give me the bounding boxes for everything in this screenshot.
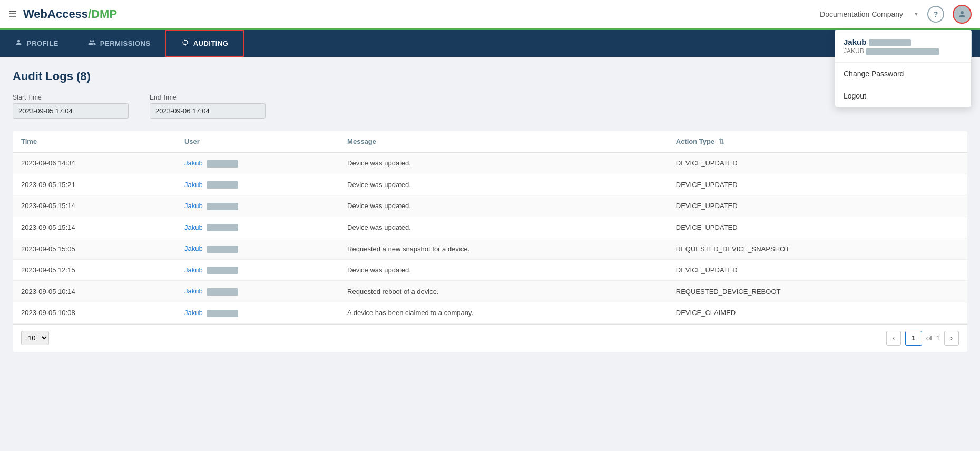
dropdown-user-info: Jakub JAKUB xyxy=(835,30,971,63)
nav-item-auditing[interactable]: AUDITING xyxy=(165,30,244,57)
table-row: 2023-09-05 10:14 Jakub Requested reboot … xyxy=(13,281,967,302)
next-page-button[interactable]: › xyxy=(944,331,959,346)
table-body: 2023-09-06 14:34 Jakub Device was update… xyxy=(13,152,967,323)
current-page-number: 1 xyxy=(905,331,922,346)
auditing-icon xyxy=(181,38,189,48)
user-link[interactable]: Jakub xyxy=(184,287,203,295)
audit-logs-table: Time User Message Action Type ⇅ 2023-09-… xyxy=(13,131,967,324)
user-link[interactable]: Jakub xyxy=(184,181,203,189)
table-row: 2023-09-06 14:34 Jakub Device was update… xyxy=(13,152,967,174)
cell-time: 2023-09-05 10:14 xyxy=(13,281,176,302)
cell-action-type: DEVICE_UPDATED xyxy=(668,217,967,238)
user-blurred xyxy=(207,160,238,168)
dropdown-username: JAKUB xyxy=(844,47,963,55)
cell-action-type: DEVICE_UPDATED xyxy=(668,152,967,174)
pagination: 10 25 50 ‹ 1 of 1 › xyxy=(13,324,967,352)
table-row: 2023-09-05 12:15 Jakub Device was update… xyxy=(13,259,967,281)
user-avatar-button[interactable] xyxy=(953,5,972,24)
nav-auditing-label: AUDITING xyxy=(193,40,229,47)
table-row: 2023-09-05 15:14 Jakub Device was update… xyxy=(13,195,967,217)
cell-action-type: REQUESTED_DEVICE_REBOOT xyxy=(668,281,967,302)
filter-section: Start Time End Time xyxy=(13,94,967,119)
user-dropdown-menu: Jakub JAKUB Change Password Logout xyxy=(835,30,972,107)
main-content: Audit Logs (8) Start Time End Time Time xyxy=(0,57,980,451)
nav-bar: PROFILE PERMISSIONS AUDITING xyxy=(0,30,980,57)
dropdown-display-name: Jakub xyxy=(844,37,963,46)
end-time-label: End Time xyxy=(150,94,266,101)
user-link[interactable]: Jakub xyxy=(184,309,203,317)
change-password-item[interactable]: Change Password xyxy=(835,63,971,85)
table-row: 2023-09-05 15:05 Jakub Requested a new s… xyxy=(13,238,967,260)
user-blurred xyxy=(207,246,238,253)
user-blurred xyxy=(207,310,238,317)
top-bar-left: ☰ WebAccess/DMP xyxy=(8,7,117,21)
cell-user: Jakub xyxy=(176,195,339,217)
cell-time: 2023-09-05 12:15 xyxy=(13,259,176,281)
cell-time: 2023-09-06 14:34 xyxy=(13,152,176,174)
logo-dmp: /DMP xyxy=(88,7,117,21)
start-time-input[interactable] xyxy=(13,103,129,119)
user-blurred xyxy=(207,288,238,296)
nav-permissions-label: PERMISSIONS xyxy=(100,40,151,47)
top-bar-right: Documentation Company ▼ ? xyxy=(820,5,972,24)
help-button[interactable]: ? xyxy=(927,6,944,23)
user-blurred xyxy=(207,267,238,274)
user-link[interactable]: Jakub xyxy=(184,223,203,231)
cell-message: Requested reboot of a device. xyxy=(339,281,668,302)
profile-icon xyxy=(15,38,23,48)
permissions-icon xyxy=(88,38,96,48)
chevron-down-icon: ▼ xyxy=(914,11,919,17)
logout-item[interactable]: Logout xyxy=(835,85,971,107)
user-link[interactable]: Jakub xyxy=(184,159,203,167)
top-bar: ☰ WebAccess/DMP Documentation Company ▼ … xyxy=(0,0,980,30)
cell-message: Device was updated. xyxy=(339,195,668,217)
page-title: Audit Logs (8) xyxy=(13,70,967,83)
nav-profile-label: PROFILE xyxy=(27,40,58,47)
table-row: 2023-09-05 15:21 Jakub Device was update… xyxy=(13,174,967,195)
cell-message: Device was updated. xyxy=(339,259,668,281)
nav-item-profile[interactable]: PROFILE xyxy=(0,30,73,57)
start-time-filter: Start Time xyxy=(13,94,129,119)
cell-message: A device has been claimed to a company. xyxy=(339,302,668,323)
end-time-input[interactable] xyxy=(150,103,266,119)
cell-action-type: DEVICE_UPDATED xyxy=(668,259,967,281)
user-blurred xyxy=(207,181,238,189)
user-blurred xyxy=(207,203,238,210)
hamburger-icon[interactable]: ☰ xyxy=(8,8,17,20)
cell-time: 2023-09-05 15:05 xyxy=(13,238,176,260)
table-row: 2023-09-05 15:14 Jakub Device was update… xyxy=(13,217,967,238)
user-link[interactable]: Jakub xyxy=(184,244,203,252)
page-navigation: ‹ 1 of 1 › xyxy=(886,331,959,346)
user-blurred xyxy=(207,224,238,231)
table-header: Time User Message Action Type ⇅ xyxy=(13,131,967,152)
svg-point-0 xyxy=(961,11,964,14)
col-user: User xyxy=(176,131,339,152)
svg-point-1 xyxy=(17,40,20,43)
display-name-blurred xyxy=(869,39,911,46)
username-blurred xyxy=(866,48,939,55)
cell-time: 2023-09-05 15:14 xyxy=(13,217,176,238)
cell-action-type: DEVICE_CLAIMED xyxy=(668,302,967,323)
audit-logs-table-container: Time User Message Action Type ⇅ 2023-09-… xyxy=(13,131,967,352)
cell-user: Jakub xyxy=(176,281,339,302)
action-type-sort-icon[interactable]: ⇅ xyxy=(719,138,724,145)
page-size-selector: 10 25 50 xyxy=(21,331,52,345)
cell-user: Jakub xyxy=(176,259,339,281)
cell-action-type: REQUESTED_DEVICE_SNAPSHOT xyxy=(668,238,967,260)
cell-user: Jakub xyxy=(176,302,339,323)
total-pages: 1 xyxy=(936,334,940,342)
page-size-dropdown[interactable]: 10 25 50 xyxy=(21,331,49,345)
filters-row: Start Time End Time xyxy=(13,94,967,119)
cell-action-type: DEVICE_UPDATED xyxy=(668,195,967,217)
cell-message: Device was updated. xyxy=(339,174,668,195)
user-link[interactable]: Jakub xyxy=(184,266,203,274)
user-link[interactable]: Jakub xyxy=(184,202,203,210)
cell-user: Jakub xyxy=(176,217,339,238)
cell-user: Jakub xyxy=(176,238,339,260)
cell-message: Device was updated. xyxy=(339,217,668,238)
prev-page-button[interactable]: ‹ xyxy=(886,331,901,346)
nav-item-permissions[interactable]: PERMISSIONS xyxy=(73,30,165,57)
company-name: Documentation Company xyxy=(820,10,903,18)
cell-user: Jakub xyxy=(176,152,339,174)
col-time: Time xyxy=(13,131,176,152)
